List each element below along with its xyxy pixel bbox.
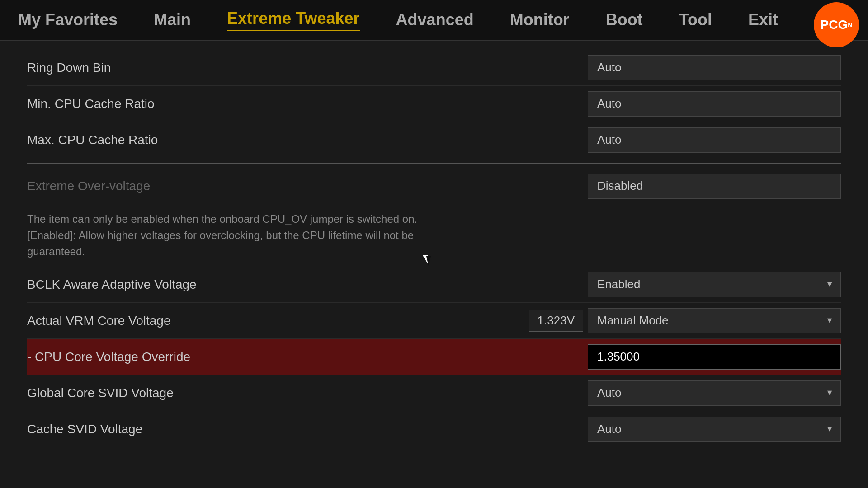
ring-down-bin-value[interactable]: Auto — [588, 55, 841, 80]
setting-row-min-cpu-cache-ratio: Min. CPU Cache Ratio Auto — [27, 86, 841, 122]
bclk-aware-value[interactable]: Enabled — [588, 272, 841, 297]
max-cpu-cache-ratio-label: Max. CPU Cache Ratio — [27, 128, 588, 152]
max-cpu-cache-ratio-value[interactable]: Auto — [588, 127, 841, 153]
global-core-svid-value[interactable]: Auto — [588, 380, 841, 406]
ring-down-bin-label: Ring Down Bin — [27, 56, 588, 80]
nav-item-boot[interactable]: Boot — [606, 10, 643, 29]
cpu-core-voltage-override-value[interactable]: 1.35000 — [588, 344, 841, 370]
setting-row-max-cpu-cache-ratio: Max. CPU Cache Ratio Auto — [27, 122, 841, 158]
content-area: Ring Down Bin Auto Min. CPU Cache Ratio … — [0, 41, 868, 447]
setting-row-bclk-aware: BCLK Aware Adaptive Voltage Enabled — [27, 267, 841, 303]
setting-row-extreme-overvoltage: Extreme Over-voltage Disabled — [27, 168, 841, 204]
extreme-overvoltage-label: Extreme Over-voltage — [27, 174, 588, 198]
nav-item-advanced[interactable]: Advanced — [396, 10, 474, 29]
setting-row-cpu-core-voltage-override: - CPU Core Voltage Override 1.35000 — [27, 339, 841, 375]
cpu-core-voltage-override-label: - CPU Core Voltage Override — [27, 345, 588, 369]
nav-bar: My Favorites Main Extreme Tweaker Advanc… — [0, 0, 868, 41]
setting-row-ring-down-bin: Ring Down Bin Auto — [27, 50, 841, 86]
nav-item-extreme-tweaker[interactable]: Extreme Tweaker — [227, 9, 360, 31]
cache-svid-label: Cache SVID Voltage — [27, 418, 588, 441]
separator-line — [27, 163, 841, 164]
actual-vrm-label: Actual VRM Core Voltage — [27, 314, 529, 328]
extreme-overvoltage-description: The item can only be enabled when the on… — [27, 204, 524, 267]
cache-svid-value[interactable]: Auto — [588, 417, 841, 442]
global-core-svid-label: Global Core SVID Voltage — [27, 381, 588, 405]
actual-vrm-voltage-badge: 1.323V — [529, 310, 583, 332]
nav-item-exit[interactable]: Exit — [748, 10, 778, 29]
nav-item-main[interactable]: Main — [154, 10, 191, 29]
nav-item-my-favorites[interactable]: My Favorites — [18, 10, 118, 29]
nav-item-monitor[interactable]: Monitor — [510, 10, 570, 29]
actual-vrm-mode-value[interactable]: Manual Mode — [588, 308, 841, 333]
extreme-overvoltage-value[interactable]: Disabled — [588, 174, 841, 199]
min-cpu-cache-ratio-value[interactable]: Auto — [588, 91, 841, 117]
nav-item-tool[interactable]: Tool — [679, 10, 712, 29]
pcg-badge: PCGN — [814, 2, 859, 47]
min-cpu-cache-ratio-label: Min. CPU Cache Ratio — [27, 92, 588, 116]
setting-row-global-core-svid: Global Core SVID Voltage Auto — [27, 375, 841, 411]
bclk-aware-label: BCLK Aware Adaptive Voltage — [27, 273, 588, 296]
setting-row-cache-svid: Cache SVID Voltage Auto — [27, 411, 841, 447]
setting-row-actual-vrm: Actual VRM Core Voltage 1.323V Manual Mo… — [27, 303, 841, 339]
